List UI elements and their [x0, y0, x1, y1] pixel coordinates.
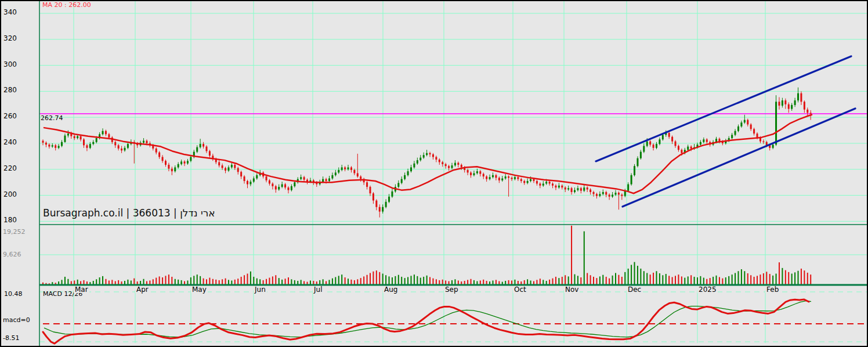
macd-scale-max-label: 10.48	[4, 291, 23, 298]
candle-body	[171, 169, 173, 171]
candle-body	[797, 93, 799, 100]
candle-body	[486, 176, 487, 179]
candle-body	[527, 181, 529, 183]
candle-body	[656, 144, 657, 148]
candle-body	[794, 100, 796, 105]
candle-body	[417, 160, 418, 164]
candle-body	[375, 201, 377, 207]
candle-body	[489, 177, 491, 179]
candle-body	[96, 138, 97, 142]
candle-body	[514, 177, 516, 179]
candle-body	[429, 153, 431, 154]
candle-body	[580, 188, 582, 190]
x-axis-tick: Jun	[254, 286, 267, 293]
candle-body	[284, 185, 286, 188]
candle-body	[300, 177, 302, 179]
candle-body	[407, 171, 409, 175]
candle-body	[542, 183, 544, 185]
macd-scale-min-label: -8.51	[3, 335, 19, 342]
candle-body	[631, 175, 632, 185]
candle-body	[227, 167, 229, 171]
candle-body	[237, 168, 239, 172]
candle-body	[483, 174, 484, 176]
candle-body	[187, 161, 189, 163]
candle-body	[558, 186, 560, 187]
candle-body	[806, 110, 808, 113]
candle-body	[247, 181, 248, 185]
last-price-label: 262.74	[41, 115, 63, 122]
candle-body	[423, 155, 425, 157]
candle-body	[750, 125, 752, 129]
candle-body	[344, 167, 346, 169]
candle-body	[735, 131, 736, 135]
candle-body	[517, 177, 519, 179]
candle-body	[281, 185, 283, 187]
candle-body	[114, 142, 116, 146]
candle-body	[146, 141, 147, 143]
candle-body	[782, 100, 783, 106]
price-axis-tick: 260	[3, 113, 17, 120]
candle-body	[266, 176, 267, 180]
candle-body	[200, 144, 201, 147]
candle-body	[401, 179, 403, 183]
candle-body	[671, 137, 673, 142]
candle-body	[757, 133, 758, 138]
candle-body	[341, 167, 343, 169]
watermark-title: Bursagraph.co.il | 366013 | ארי נדלן	[43, 209, 215, 216]
volume-axis-tick-low: 9,626	[3, 251, 21, 258]
x-axis-tick: Feb	[765, 286, 780, 293]
candle-body	[737, 126, 739, 131]
candle-body	[567, 188, 569, 189]
candle-body	[360, 176, 361, 179]
candle-body	[454, 163, 456, 165]
candle-body	[426, 153, 428, 155]
candle-body	[353, 170, 355, 173]
candle-body	[205, 147, 207, 151]
candle-body	[498, 178, 500, 180]
candle-body	[457, 163, 459, 165]
candle-body	[473, 173, 475, 175]
candle-body	[168, 165, 169, 169]
trend-channel-lower-line	[623, 109, 855, 207]
candle-body	[118, 145, 120, 149]
candle-body	[385, 202, 387, 207]
candle-body	[108, 134, 110, 138]
candle-body	[451, 165, 453, 168]
candle-body	[740, 122, 742, 126]
candle-body	[634, 166, 635, 175]
candle-body	[52, 145, 53, 146]
candle-body	[369, 187, 371, 193]
candle-body	[467, 170, 469, 172]
candle-body	[303, 177, 305, 179]
price-axis-tick: 300	[3, 61, 17, 68]
candle-body	[105, 131, 107, 135]
candle-body	[61, 142, 63, 146]
candle-body	[501, 178, 503, 180]
candle-body	[127, 144, 129, 148]
x-axis-tick: 2025	[697, 286, 718, 293]
candle-body	[614, 193, 616, 194]
candle-body	[178, 164, 179, 168]
candle-body	[681, 150, 682, 153]
candle-body	[74, 136, 75, 138]
candle-body	[287, 187, 289, 190]
candle-body	[523, 181, 525, 183]
candle-body	[593, 192, 595, 194]
candle-body	[335, 172, 337, 175]
candle-body	[511, 178, 513, 179]
candle-body	[404, 175, 406, 179]
candle-body	[445, 164, 447, 166]
candle-body	[240, 172, 242, 176]
candle-body	[574, 190, 576, 192]
candle-body	[256, 175, 258, 179]
x-axis-tick: Nov	[564, 286, 580, 293]
candle-body	[86, 145, 88, 147]
candle-body	[143, 141, 144, 143]
candle-body	[80, 136, 82, 140]
candle-body	[357, 173, 359, 177]
candle-body	[222, 165, 223, 168]
candle-body	[102, 131, 104, 135]
x-axis-tick: Oct	[513, 286, 527, 293]
candle-body	[530, 179, 531, 181]
candle-body	[810, 113, 812, 114]
